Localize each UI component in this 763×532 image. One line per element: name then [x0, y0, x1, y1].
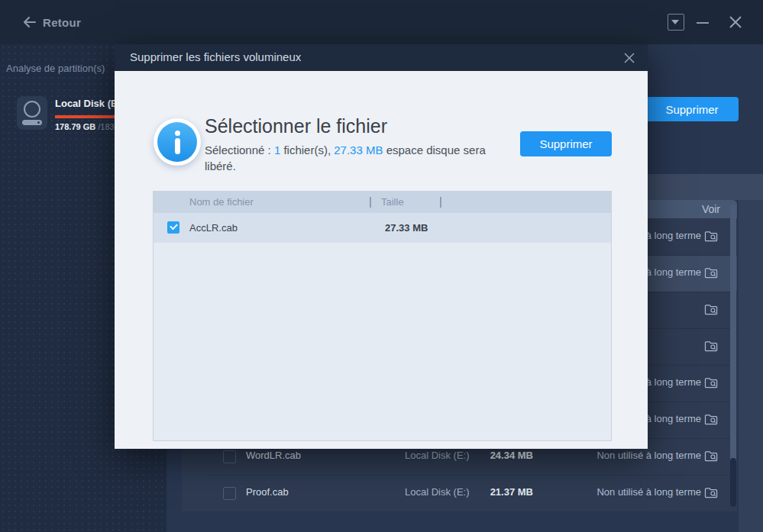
folder-view-icon[interactable]: [704, 413, 719, 426]
sidebar-section-title: Analyse de partition(s): [6, 63, 105, 74]
file-name: AccLR.cab: [189, 222, 238, 234]
table-scrollbar[interactable]: [730, 205, 736, 507]
file-name: WordLR.cab: [246, 450, 301, 461]
file-size: 21.37 MB: [486, 486, 533, 498]
back-arrow-icon: [21, 16, 37, 28]
view-column-header: Voir: [702, 203, 720, 215]
file-status: Non utilisé à long terme: [596, 486, 701, 498]
delete-large-files-dialog: Supprimer les fichiers volumineux Sélect…: [115, 44, 648, 449]
back-label: Retour: [43, 16, 81, 29]
dialog-close-icon[interactable]: [620, 49, 639, 67]
file-disk: Local Disk (E:): [405, 450, 470, 461]
selected-count: 1: [274, 143, 280, 156]
file-name: Proof.cab: [246, 486, 289, 498]
disk-used: 178.79 GB: [55, 122, 95, 131]
dialog-body: Sélectionner le fichier Sélectionné : 1 …: [115, 71, 648, 449]
background-delete-button[interactable]: Supprimer: [645, 97, 739, 121]
folder-view-icon[interactable]: [704, 486, 719, 499]
folder-view-icon[interactable]: [704, 376, 719, 389]
folder-view-icon[interactable]: [704, 303, 719, 316]
folder-view-icon[interactable]: [704, 340, 719, 353]
app-window: Retour Supprimer Voir Non utilisé à long…: [0, 0, 763, 532]
disk-total: /183: [95, 122, 114, 131]
close-window-icon[interactable]: [727, 14, 744, 31]
file-size: 24.34 MB: [486, 450, 533, 461]
menu-dropdown-icon[interactable]: [668, 14, 684, 31]
minimize-icon[interactable]: [697, 22, 709, 24]
row-checkbox[interactable]: [223, 487, 236, 500]
column-file-name: Nom de fichier: [189, 196, 254, 208]
dialog-title: Supprimer les fichiers volumineux: [130, 50, 301, 63]
disk-icon: [17, 96, 47, 130]
scrollbar-thumb[interactable]: [730, 458, 736, 507]
table-row[interactable]: Proof.cab Local Disk (E:) 21.37 MB Non u…: [182, 475, 737, 511]
folder-view-icon[interactable]: [704, 266, 719, 279]
disk-sizes: 178.79 GB /183: [55, 122, 115, 131]
file-disk: Local Disk (E:): [405, 486, 470, 498]
selection-summary: Sélectionné : 1 fichier(s), 27.33 MB esp…: [205, 142, 496, 174]
row-checkbox[interactable]: [223, 450, 236, 463]
disk-name: Local Disk (E:): [55, 98, 124, 109]
dialog-file-row[interactable]: AccLR.cab 27.33 MB: [154, 213, 611, 243]
back-button[interactable]: Retour: [21, 13, 81, 31]
file-checkbox-checked[interactable]: [167, 221, 179, 234]
selected-size: 27.33 MB: [334, 143, 383, 156]
folder-view-icon[interactable]: [704, 230, 719, 243]
column-size: Taille: [381, 196, 404, 208]
dialog-table-header: Nom de fichier Taille: [154, 192, 611, 213]
column-divider[interactable]: [370, 197, 371, 208]
confirm-delete-button[interactable]: Supprimer: [520, 131, 612, 156]
dialog-header: Supprimer les fichiers volumineux: [115, 44, 648, 71]
file-size: 27.33 MB: [385, 222, 428, 234]
info-icon: [154, 118, 201, 166]
folder-view-icon[interactable]: [704, 450, 719, 463]
dialog-heading: Sélectionner le fichier: [205, 115, 387, 137]
title-bar: Retour: [0, 0, 763, 44]
right-gutter: [739, 200, 763, 532]
column-divider[interactable]: [440, 197, 441, 208]
file-status: Non utilisé à long terme: [596, 450, 701, 461]
dialog-file-table: Nom de fichier Taille AccLR.cab 27.33 MB: [153, 191, 612, 441]
